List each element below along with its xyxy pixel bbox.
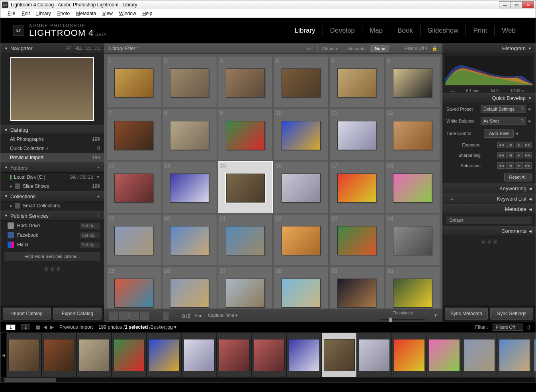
grid-view-icon[interactable]	[109, 312, 118, 320]
catalog-item[interactable]: All Photographs199	[0, 135, 104, 144]
filmstrip-thumb[interactable]	[217, 333, 251, 377]
add-publish-icon[interactable]: +	[97, 213, 100, 219]
grid-cell[interactable]: 27	[218, 267, 273, 308]
grid-cell[interactable]: 28	[274, 267, 329, 308]
loupe-view-icon[interactable]	[119, 312, 129, 320]
export-catalog-button[interactable]: Export Catalog	[53, 308, 102, 320]
sat-inc2-button[interactable]: ▶▶	[524, 162, 532, 169]
grid-cell[interactable]: 19	[106, 214, 161, 266]
grid-cell[interactable]: 22	[274, 214, 329, 266]
nav-zoom-fill[interactable]: FILL	[74, 46, 82, 51]
compare-view-icon[interactable]	[129, 312, 139, 320]
grid-cell[interactable]: 20	[162, 214, 217, 266]
grid-cell[interactable]: 29	[329, 267, 384, 308]
filmstrip-thumb[interactable]	[322, 333, 356, 377]
publish-header[interactable]: ▼Publish Services+	[0, 211, 104, 221]
grid-cell[interactable]: 10	[274, 109, 329, 160]
close-button[interactable]: ✕	[522, 1, 534, 8]
add-keyword-icon[interactable]: +	[450, 195, 454, 202]
reset-all-button[interactable]: Reset All	[504, 173, 532, 181]
sharp-dec2-button[interactable]: ◀◀	[497, 152, 505, 158]
navigator-preview[interactable]	[10, 57, 94, 121]
grid-cell[interactable]: 16	[274, 161, 329, 213]
filmstrip-thumb[interactable]	[392, 333, 426, 377]
expand-icon[interactable]: ◀	[528, 107, 532, 111]
grid-cell[interactable]: 4	[274, 56, 329, 108]
filmstrip-thumb[interactable]	[182, 333, 216, 377]
grid-cell[interactable]: 2	[162, 56, 217, 108]
toolbar-expand-icon[interactable]: ▼	[434, 313, 438, 318]
filmstrip-thumb[interactable]	[532, 333, 536, 377]
grid-cell[interactable]: 25	[106, 267, 161, 308]
module-web[interactable]: Web	[495, 25, 523, 36]
filter-switch-icon[interactable]: ▯	[527, 324, 530, 330]
filmstrip-thumb[interactable]	[77, 333, 111, 377]
filter-tab-metadata[interactable]: Metadata	[343, 45, 370, 52]
exposure-dec-button[interactable]: ◀	[506, 142, 514, 148]
survey-view-icon[interactable]	[140, 312, 149, 320]
catalog-item[interactable]: Previous Import199	[0, 153, 104, 162]
sort-dropdown[interactable]: Capture Time ▾	[208, 313, 238, 318]
histogram-header[interactable]: Histogram▼	[442, 43, 536, 53]
grid-cell[interactable]: 18	[385, 161, 440, 213]
folder-item[interactable]: ▶Slide Shows199	[0, 182, 104, 191]
add-folder-icon[interactable]: +	[97, 164, 100, 171]
disk-row[interactable]: Local Disk (C:)548 / 735 GB▼	[0, 173, 104, 182]
breadcrumb[interactable]: Previous Import	[59, 324, 93, 330]
import-catalog-button[interactable]: Import Catalog	[3, 308, 51, 320]
grid-cell[interactable]: 13	[106, 161, 161, 213]
sharp-inc-button[interactable]: ▶	[515, 152, 523, 158]
grid-cell[interactable]: 11	[329, 109, 384, 160]
filmstrip-thumb[interactable]	[42, 333, 76, 377]
filter-tab-attribute[interactable]: Attribute	[317, 45, 342, 52]
grid-cell[interactable]: 15	[218, 161, 273, 213]
exposure-dec2-button[interactable]: ◀◀	[497, 142, 505, 148]
expand-icon[interactable]: ◀	[515, 131, 519, 135]
grid-mode-icon[interactable]: ▦	[36, 324, 40, 330]
sync-metadata-button[interactable]: Sync Metadata	[445, 308, 488, 320]
page-2-button[interactable]: 2	[21, 324, 31, 330]
page-1-button[interactable]: 1	[6, 324, 16, 330]
preset-select[interactable]: Default Settings	[481, 105, 526, 113]
nav-zoom-1-1[interactable]: 1:1	[86, 46, 91, 51]
nav-fwd-icon[interactable]: ▶	[50, 324, 54, 330]
filter-tab-none[interactable]: None	[370, 45, 389, 52]
grid-cell[interactable]: 6	[385, 56, 440, 108]
menu-window[interactable]: Window	[116, 10, 139, 17]
menu-photo[interactable]: Photo	[54, 10, 73, 17]
smart-collections-row[interactable]: ▶Smart Collections	[0, 201, 104, 211]
menu-library[interactable]: Library	[33, 10, 54, 17]
grid-cell[interactable]: 5	[329, 56, 384, 108]
grid-cell[interactable]: 23	[329, 214, 384, 266]
minimize-button[interactable]: —	[499, 1, 511, 8]
add-collection-icon[interactable]: +	[97, 193, 100, 199]
filmstrip-thumb[interactable]	[287, 333, 321, 377]
grid-cell[interactable]: 17	[329, 161, 384, 213]
expand-icon[interactable]: ◀	[528, 119, 532, 123]
filter-tab-text[interactable]: Text	[301, 45, 317, 52]
auto-tone-button[interactable]: Auto Tone	[484, 129, 514, 138]
filmstrip-thumb[interactable]	[252, 333, 286, 377]
menu-metadata[interactable]: Metadata	[73, 10, 99, 17]
module-map[interactable]: Map	[362, 25, 390, 36]
comments-header[interactable]: Comments◀	[442, 226, 536, 236]
catalog-item[interactable]: Quick Collection +0	[0, 144, 104, 153]
publish-flickr[interactable]: FlickrSet Up...	[0, 240, 104, 250]
filmstrip-thumb[interactable]	[462, 333, 497, 377]
module-book[interactable]: Book	[390, 25, 421, 36]
quickdevelop-header[interactable]: Quick Develop▼	[442, 93, 536, 103]
navigator-header[interactable]: ▼ Navigator FITFILL1:13:1	[0, 43, 104, 53]
nav-back-icon[interactable]: ◀	[43, 324, 47, 330]
filter-dropdown[interactable]: Filters Off	[493, 324, 523, 331]
keywordlist-header[interactable]: +Keyword List◀	[442, 193, 536, 204]
nav-zoom-fit[interactable]: FIT	[65, 46, 71, 51]
filmstrip-thumb[interactable]	[497, 333, 532, 377]
catalog-header[interactable]: ▼Catalog	[0, 125, 104, 135]
grid-cell[interactable]: 1	[106, 56, 161, 108]
painter-icon[interactable]	[163, 312, 168, 320]
filmstrip-scrollbar[interactable]	[0, 378, 536, 382]
grid-cell[interactable]: 9	[218, 109, 273, 160]
thumbnail-size-slider[interactable]	[381, 319, 425, 320]
metadata-header[interactable]: Metadata◀	[442, 204, 536, 214]
keywording-header[interactable]: Keywording◀	[442, 183, 536, 193]
